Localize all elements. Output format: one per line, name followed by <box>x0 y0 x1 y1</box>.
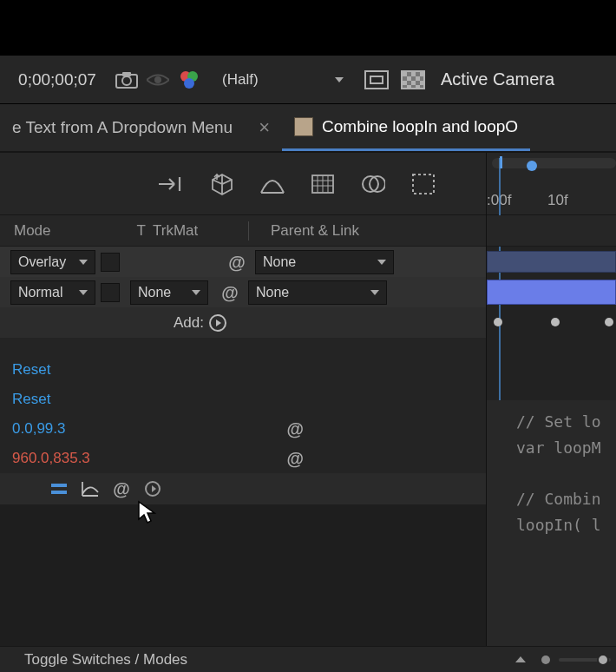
work-area-thumb[interactable] <box>527 161 537 171</box>
trkmat-dropdown[interactable]: None <box>130 280 208 305</box>
col-divider <box>248 221 255 240</box>
transparency-grid-icon[interactable] <box>364 70 389 89</box>
layer-row[interactable]: Normal None @ None <box>0 277 486 307</box>
ruler-tick: :00f <box>487 192 547 209</box>
position-x[interactable]: 960.0 <box>12 450 49 467</box>
tab-combine-loop[interactable]: Combine loopIn and loopO <box>282 104 530 151</box>
work-area-bar[interactable] <box>492 158 616 168</box>
parent-value: None <box>256 285 289 300</box>
collapse-icon[interactable] <box>515 656 526 662</box>
channel-icon[interactable] <box>175 66 203 94</box>
trkmat-value: None <box>138 285 171 300</box>
expression-pickwhip-icon[interactable]: @ <box>111 478 132 499</box>
timeline-layer-bar[interactable] <box>487 247 616 277</box>
anchor-x[interactable]: 0.0 <box>12 420 33 438</box>
columns-header: Mode T TrkMat Parent & Link <box>0 215 486 247</box>
col-mode[interactable]: Mode <box>0 222 113 240</box>
timeline-header-spacer <box>487 215 616 247</box>
parent-dropdown[interactable]: None <box>255 250 394 274</box>
col-parent[interactable]: Parent & Link <box>255 222 481 240</box>
pickwhip-icon[interactable]: @ <box>227 253 246 272</box>
expression-graph-icon[interactable] <box>80 478 101 499</box>
pickwhip-icon[interactable]: @ <box>286 420 304 438</box>
checker-icon[interactable] <box>401 70 425 89</box>
expression-code-area[interactable]: // Set lo var loopM // Combin loopIn( l <box>487 400 616 646</box>
pickwhip-icon[interactable]: @ <box>286 450 304 467</box>
tab-label: e Text from A Dropdown Menu <box>12 118 233 137</box>
timeline-zoom-slider[interactable] <box>559 658 611 662</box>
add-label: Add: <box>174 314 204 332</box>
chevron-down-icon <box>370 290 379 295</box>
top-black-strip <box>0 0 616 56</box>
svg-point-2 <box>122 76 131 85</box>
preserve-transparency-toggle[interactable] <box>101 283 120 302</box>
property-row-reset: Reset <box>0 355 486 385</box>
close-icon[interactable]: × <box>259 116 270 139</box>
timeline-column: :00f 10f // Set lo var loopM // Combin l… <box>486 153 616 646</box>
timeline-layer-bar[interactable] <box>487 277 616 307</box>
composition-chip-icon <box>294 117 313 136</box>
svg-point-3 <box>154 76 161 83</box>
chevron-down-icon <box>377 260 386 265</box>
expression-enable-icon[interactable] <box>49 478 69 499</box>
property-area: Reset Reset 0.0,99.3 @ 960.0,835.3 @ <box>0 338 486 473</box>
resolution-value: (Half) <box>222 71 259 89</box>
timeline-footer: Toggle Switches / Modes <box>0 646 616 672</box>
reset-link[interactable]: Reset <box>12 391 50 408</box>
position-y[interactable]: 835.3 <box>53 450 90 467</box>
layer-row[interactable]: Overlay @ None <box>0 247 486 277</box>
3d-cube-icon[interactable] <box>206 171 238 197</box>
property-row-reset: Reset <box>0 385 486 414</box>
keyframe-dot[interactable] <box>551 318 560 326</box>
zoom-slider-thumb[interactable] <box>597 654 609 666</box>
timecode-display[interactable]: 0;00;00;07 <box>5 70 109 89</box>
frame-blend-icon[interactable] <box>257 171 288 197</box>
chevron-down-icon <box>79 260 88 265</box>
anchor-y[interactable]: 99.3 <box>36 420 65 438</box>
parent-dropdown[interactable]: None <box>248 280 387 305</box>
layer-rows: Overlay @ None Normal None @ None <box>0 247 486 307</box>
property-row-anchor: 0.0,99.3 @ <box>0 414 486 444</box>
animator-add-row: Add: <box>0 307 486 338</box>
composition-tab-strip: e Text from A Dropdown Menu × Combine lo… <box>0 104 616 153</box>
ruler-labels: :00f 10f <box>487 192 616 209</box>
tab-label: Combine loopIn and loopO <box>322 117 518 136</box>
chevron-down-icon <box>335 77 344 82</box>
overlap-icon[interactable] <box>357 171 389 197</box>
svg-point-6 <box>184 78 194 89</box>
property-row-position: 960.0,835.3 @ <box>0 444 486 473</box>
col-trkmat[interactable]: TrkMat <box>153 222 248 240</box>
shy-icon[interactable] <box>156 171 187 197</box>
blend-mode-value: Overlay <box>18 254 66 270</box>
viewer-toolbar: 0;00;00;07 (Half) Active Camera <box>0 56 616 104</box>
ruler-tick: 10f <box>547 192 608 209</box>
toggle-switches-button[interactable]: Toggle Switches / Modes <box>24 651 187 669</box>
zoom-slider-start <box>541 656 550 664</box>
keyframe-dot[interactable] <box>605 318 613 326</box>
add-animator-button[interactable] <box>209 314 226 332</box>
snapshot-icon[interactable] <box>113 66 141 94</box>
active-camera-label[interactable]: Active Camera <box>441 69 554 89</box>
tab-dropdown-text[interactable]: e Text from A Dropdown Menu × <box>0 104 282 151</box>
blend-mode-value: Normal <box>18 285 63 300</box>
expression-language-menu-icon[interactable] <box>142 478 163 499</box>
expression-controls-row: @ <box>0 473 486 504</box>
keyframe-dot[interactable] <box>494 318 502 326</box>
graph-editor-icon[interactable] <box>408 171 439 197</box>
motion-blur-icon[interactable] <box>307 171 338 197</box>
pickwhip-icon[interactable]: @ <box>220 283 239 302</box>
blend-mode-dropdown[interactable]: Normal <box>10 280 95 305</box>
time-ruler[interactable]: :00f 10f <box>487 153 616 215</box>
svg-rect-10 <box>413 175 434 194</box>
parent-value: None <box>263 254 296 270</box>
resolution-dropdown[interactable]: (Half) <box>213 63 352 96</box>
show-snapshot-icon[interactable] <box>144 66 172 94</box>
chevron-down-icon <box>79 290 88 295</box>
chevron-down-icon <box>192 290 200 295</box>
timeline-keyframes-row[interactable] <box>487 307 616 338</box>
col-t[interactable]: T <box>113 222 153 240</box>
preserve-transparency-toggle[interactable] <box>101 253 120 272</box>
reset-link[interactable]: Reset <box>12 361 50 379</box>
blend-mode-dropdown[interactable]: Overlay <box>10 250 95 274</box>
